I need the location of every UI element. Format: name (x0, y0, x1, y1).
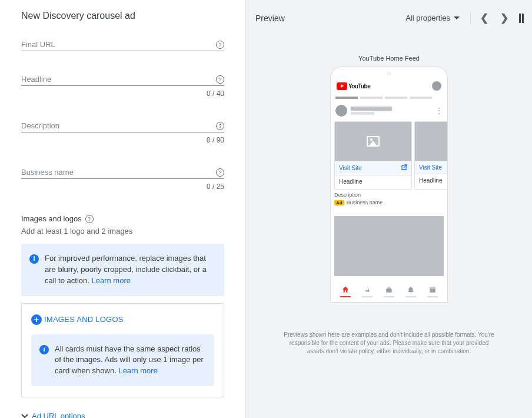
channel-text-placeholder (351, 107, 432, 115)
visit-site-cta: Visit Site (415, 161, 447, 174)
next-arrow-icon[interactable]: ❯ (494, 8, 514, 28)
visit-site-cta: Visit Site (335, 161, 411, 175)
headline-counter: 0 / 40 (21, 89, 224, 98)
description-field[interactable]: Description ? 0 / 90 (21, 121, 224, 144)
phone-mockup: YouTube ⋮ Visit Site (330, 67, 448, 303)
carousel-card: Visit Site Headline (334, 121, 412, 190)
url-options-label: Ad URL options (32, 412, 85, 418)
form-panel: New Discovery carousel ad Final URL ? He… (0, 0, 246, 418)
help-icon[interactable]: ? (216, 168, 224, 177)
youtube-play-icon (337, 82, 347, 90)
notifications-icon (407, 286, 415, 294)
ad-badge: Ad (334, 200, 344, 205)
final-url-label: Final URL (21, 40, 55, 49)
add-images-button[interactable]: + IMAGES AND LOGOS (31, 314, 214, 325)
avatar (432, 81, 441, 91)
ad-url-options-toggle[interactable]: Ad URL options (21, 412, 224, 418)
learn-more-link[interactable]: Learn more (92, 276, 131, 285)
description-label: Description (21, 121, 59, 130)
chevron-down-icon (21, 412, 28, 418)
help-icon[interactable]: ? (85, 215, 94, 223)
business-name-counter: 0 / 25 (21, 183, 224, 191)
chevron-down-icon (454, 16, 460, 19)
youtube-logo: YouTube (337, 82, 370, 90)
youtube-chips (331, 94, 447, 102)
prev-arrow-icon[interactable]: ❮ (474, 8, 494, 28)
business-name-label: Business name (21, 168, 74, 177)
subscriptions-icon (385, 286, 393, 294)
help-icon[interactable]: ? (216, 122, 224, 130)
home-icon (341, 286, 350, 294)
ad-description: Description (334, 192, 444, 198)
youtube-header: YouTube (331, 78, 447, 94)
visit-site-text: Visit Site (419, 164, 442, 171)
external-link-icon (401, 164, 407, 172)
headline-label: Headline (21, 75, 51, 84)
post-header: ⋮ (331, 102, 447, 119)
card-image-placeholder (415, 122, 447, 161)
add-images-label: IMAGES AND LOGOS (44, 315, 124, 324)
card-headline: Headline (415, 174, 447, 188)
plus-icon: + (31, 314, 42, 325)
card-headline: Headline (335, 175, 411, 189)
images-section-title: Images and logos (21, 214, 82, 223)
learn-more-link[interactable]: Learn more (118, 366, 157, 375)
business-name-field[interactable]: Business name ? 0 / 25 (21, 168, 224, 191)
properties-dropdown[interactable]: All properties (405, 14, 467, 22)
youtube-footer-nav (331, 281, 447, 302)
business-name-text: Business name (347, 200, 383, 205)
preview-panel: Preview All properties ❮ ❯ YouTube Home … (246, 0, 532, 418)
more-icon: ⋮ (435, 107, 443, 115)
preview-disclaimer: Previews shown here are examples and don… (246, 331, 532, 356)
phone-notch (387, 72, 391, 75)
channel-avatar (335, 105, 347, 117)
page-title: New Discovery carousel ad (21, 11, 224, 21)
visit-site-text: Visit Site (339, 165, 362, 171)
preview-title: Preview (255, 14, 405, 23)
help-icon[interactable]: ? (216, 75, 224, 84)
aspect-ratio-tip: i All cards must have the same aspect ra… (31, 334, 214, 387)
images-section-subtitle: Add at least 1 logo and 2 images (21, 227, 224, 235)
content-placeholder (334, 216, 444, 276)
description-counter: 0 / 90 (21, 136, 224, 144)
carousel-cards: Visit Site Headline Visit Site Headline (331, 119, 447, 190)
card-image-placeholder (335, 122, 411, 161)
trending-icon (363, 286, 371, 294)
images-card: + IMAGES AND LOGOS i All cards must have… (21, 303, 224, 398)
headline-field[interactable]: Headline ? 0 / 40 (21, 75, 224, 98)
performance-tip: i For improved performance, replace imag… (21, 244, 224, 296)
final-url-field[interactable]: Final URL ? (21, 40, 224, 51)
youtube-text: YouTube (348, 83, 370, 89)
image-icon (367, 136, 380, 147)
ad-meta: Description Ad Business name (331, 190, 447, 210)
help-icon[interactable]: ? (216, 41, 224, 49)
info-icon: i (39, 345, 49, 354)
info-icon: i (29, 254, 39, 264)
separator (470, 12, 471, 24)
preview-context-label: YouTube Home Feed (358, 55, 420, 62)
properties-label: All properties (405, 14, 450, 22)
carousel-card: Visit Site Headline (414, 121, 447, 190)
columns-icon[interactable] (514, 9, 527, 28)
library-icon (428, 286, 437, 294)
